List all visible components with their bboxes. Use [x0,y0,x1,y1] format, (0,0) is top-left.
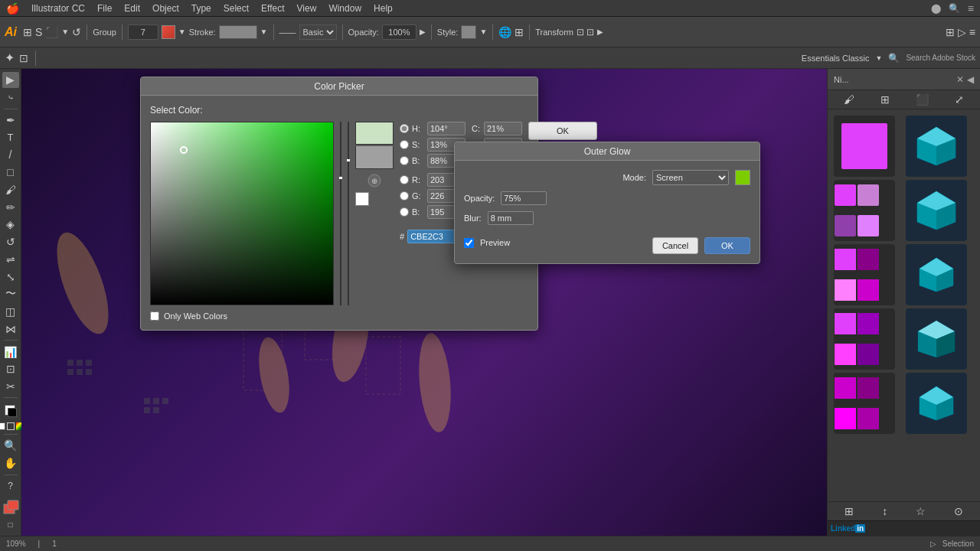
swatch-item[interactable] [906,373,967,434]
h-radio[interactable] [400,124,409,133]
selection-tool[interactable]: ▶ [2,72,19,88]
white-swatch[interactable] [355,192,369,206]
panel-tool2[interactable]: ⊞ [880,93,890,106]
menu-edit[interactable]: Edit [124,3,140,14]
slice-tool[interactable]: ✂ [2,379,19,395]
b2-radio[interactable] [400,207,409,217]
toolbar-icon1[interactable]: ⊞ [23,26,32,38]
eyedropper-icon[interactable]: ⊕ [355,174,394,189]
swatch-item[interactable] [906,308,967,370]
menu-window[interactable]: Window [328,3,361,14]
h-input[interactable] [427,122,466,135]
panel-bottom-icon1[interactable]: ⊞ [844,505,854,517]
panel-collapse-icon[interactable]: ◀ [967,74,974,85]
menu-file[interactable]: File [97,3,112,14]
alpha-slider[interactable] [348,122,349,305]
menu-view[interactable]: View [297,3,317,14]
toolbar-icon2[interactable]: S [35,26,42,38]
fill-mode[interactable] [0,422,5,430]
r-radio[interactable] [400,175,409,184]
stroke-chevron[interactable]: ▼ [260,28,268,36]
basic-select[interactable]: Basic [299,24,337,40]
menu-illustrator[interactable]: Illustrator CC [31,3,85,14]
warp-tool[interactable]: 〜 [2,286,19,302]
toolbar-chevron1[interactable]: ▼ [61,28,69,36]
transform-more[interactable]: ▶ [597,28,603,36]
apple-menu[interactable]: 🍎 [6,2,19,15]
swatch-item[interactable] [906,244,967,305]
stroke-preview[interactable] [219,25,257,39]
og-opacity-input[interactable] [501,191,547,205]
blend-tool[interactable]: ⋈ [2,321,19,337]
search-icon[interactable]: 🔍 [949,3,960,14]
og-ok-button[interactable]: OK [704,237,750,254]
fill-icon[interactable] [162,25,175,39]
pen-tool[interactable]: ✒ [2,112,19,128]
panel-toggle2[interactable]: ▷ [958,26,966,38]
toolbar-icon3[interactable]: ⬛ [45,26,58,38]
panel-close-icon[interactable]: ✕ [956,74,964,85]
transform-icons[interactable]: ⊡ ⊡ [577,27,594,37]
swatch-item[interactable] [834,244,895,305]
s-radio[interactable] [400,140,409,149]
zoom-level[interactable]: 109% [6,540,26,548]
paintbrush-tool[interactable]: 🖌 [2,181,19,197]
globe-icon[interactable]: 🌐 [498,26,511,38]
essentials-chevron[interactable]: ▼ [875,54,882,62]
panel-tool3[interactable]: ⬛ [916,93,929,106]
scale-tool[interactable]: ⤡ [2,269,19,285]
swatch-item[interactable] [906,180,967,241]
hue-slider[interactable] [340,122,341,305]
c-input[interactable] [484,122,522,135]
glow-color-box[interactable] [735,170,750,185]
color-fill-stroke[interactable] [2,403,19,419]
menu-effect[interactable]: Effect [261,3,284,14]
menu-icon[interactable]: ≡ [968,2,974,15]
og-blur-input[interactable] [488,211,534,225]
mode-select[interactable]: Screen Multiply Overlay [652,170,729,185]
menu-select[interactable]: Select [224,3,249,14]
gradient-tool[interactable]: ◫ [2,304,19,320]
arrow-icon[interactable]: ▷ [930,540,936,548]
panel-tool1[interactable]: 🖌 [844,93,854,106]
panel-tool4[interactable]: ⤢ [955,93,964,106]
fill-chevron[interactable]: ▼ [178,28,186,36]
panel-bottom-icon2[interactable]: ↕ [882,505,887,517]
opacity-input[interactable] [382,24,416,40]
rotate-tool[interactable]: ↺ [2,234,19,250]
line-tool[interactable]: / [2,147,19,163]
style-chevron[interactable]: ▼ [479,28,487,36]
web-colors-checkbox[interactable] [150,311,159,321]
pencil-tool[interactable]: ✏ [2,199,19,215]
toolbar-refresh-icon[interactable]: ↺ [72,26,81,38]
menu-type[interactable]: Type [191,3,211,14]
menu-help[interactable]: Help [374,3,393,14]
preview-checkbox[interactable] [464,238,474,248]
help-btn[interactable]: ? [2,478,19,494]
opacity-chevron[interactable]: ▶ [420,28,426,36]
panel-bottom-icon4[interactable]: ⊙ [954,505,963,517]
eraser-tool[interactable]: ◈ [2,217,19,233]
direct-select-tool[interactable]: ⤷ [2,90,19,106]
value-input[interactable] [128,24,158,40]
mirror-tool[interactable]: ⇌ [2,251,19,267]
swatch-item[interactable] [834,308,895,370]
rect-tool[interactable]: □ [2,165,19,181]
stroke-mode[interactable] [7,422,15,430]
panel-toggle1[interactable]: ⊞ [946,26,955,38]
panel-toggle3[interactable]: ≡ [969,26,975,38]
type-tool[interactable]: T [2,129,19,145]
grid-icon[interactable]: ⊞ [514,26,524,38]
zoom-fit-btn[interactable]: □ [2,517,19,533]
color-gradient-picker[interactable] [150,122,334,305]
g-radio[interactable] [400,191,409,201]
swatch-item[interactable] [834,373,895,434]
swatch-item[interactable] [906,116,967,177]
color-swatch-large[interactable] [2,498,19,515]
ok-button[interactable]: OK [528,122,597,140]
og-cancel-button[interactable]: Cancel [652,237,698,254]
artboard-tool[interactable]: ⊡ [2,361,19,377]
swatch-item[interactable] [834,180,895,241]
column-graph-tool[interactable]: 📊 [2,344,19,360]
style-preview[interactable] [461,25,476,39]
